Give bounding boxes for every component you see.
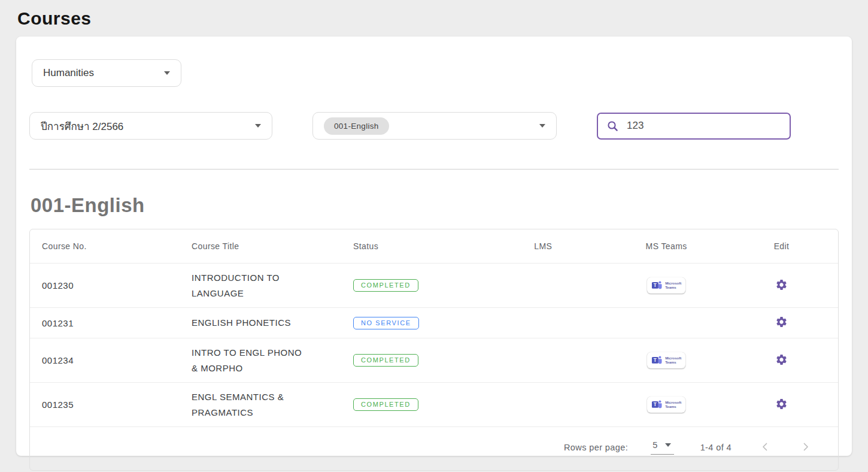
table-row: 001230 INTRODUCTION TO LANGUAGE COMPLETE… xyxy=(30,264,838,308)
term-select[interactable]: ปีการศึกษา 2/2566 xyxy=(29,112,272,140)
search-icon xyxy=(606,120,619,132)
rows-per-page-label: Rows per page: xyxy=(564,443,628,452)
lms-cell xyxy=(478,383,608,427)
course-title-cell: ENGL SEMANTICS & PRAGMATICS xyxy=(192,389,308,420)
department-select[interactable]: 001-English xyxy=(312,112,557,140)
ms-teams-logo: T xyxy=(651,355,663,366)
caret-down-icon xyxy=(255,124,261,128)
chevron-left-icon xyxy=(760,442,770,452)
pagination-range: 1-4 of 4 xyxy=(700,443,732,452)
rows-per-page-select[interactable]: 5 xyxy=(651,440,673,455)
status-badge: NO SERVICE xyxy=(353,317,419,329)
course-no-cell: 001231 xyxy=(30,308,192,338)
svg-text:T: T xyxy=(654,283,657,288)
courses-page: Courses Humanities ปีการศึกษา 2/2566 001… xyxy=(0,0,868,468)
section-title: 001-English xyxy=(31,194,839,217)
next-page-button[interactable] xyxy=(799,442,813,453)
course-title-cell: ENGLISH PHONETICS xyxy=(192,315,308,331)
course-no-cell: 001235 xyxy=(30,383,192,427)
table-pagination: Rows per page: 5 1-4 of 4 xyxy=(30,426,838,470)
edit-settings-button[interactable] xyxy=(774,397,789,413)
ms-teams-button[interactable]: T Microsoft Teams xyxy=(647,352,685,368)
table-header-row: Course No. Course Title Status LMS MS Te… xyxy=(30,229,838,264)
gear-icon xyxy=(775,279,788,291)
courses-table: Course No. Course Title Status LMS MS Te… xyxy=(29,229,839,471)
courses-card: Humanities ปีการศึกษา 2/2566 001-English xyxy=(16,37,852,456)
faculty-select[interactable]: Humanities xyxy=(32,59,181,87)
column-header-edit: Edit xyxy=(725,229,838,264)
svg-text:T: T xyxy=(654,402,657,407)
chevron-right-icon xyxy=(801,442,811,452)
previous-page-button[interactable] xyxy=(758,442,772,453)
course-title-cell: INTRODUCTION TO LANGUAGE xyxy=(192,270,308,301)
term-select-value: ปีการศึกษา 2/2566 xyxy=(41,118,123,134)
table-row: 001235 ENGL SEMANTICS & PRAGMATICS COMPL… xyxy=(30,383,838,427)
status-badge: COMPLETED xyxy=(353,279,418,292)
ms-teams-label: Microsoft Teams xyxy=(665,356,681,365)
department-chip[interactable]: 001-English xyxy=(324,117,389,135)
lms-cell xyxy=(478,264,608,308)
ms-teams-button[interactable]: T Microsoft Teams xyxy=(647,397,685,413)
ms-teams-label: Microsoft Teams xyxy=(665,282,681,290)
filters-divider xyxy=(29,169,839,170)
faculty-select-value: Humanities xyxy=(43,67,94,79)
column-header-ms-teams: MS Teams xyxy=(608,229,725,264)
status-badge: COMPLETED xyxy=(353,354,418,367)
course-no-cell: 001230 xyxy=(30,264,192,308)
column-header-status: Status xyxy=(353,229,478,264)
page-title: Courses xyxy=(17,8,852,29)
caret-down-icon xyxy=(164,71,170,75)
ms-teams-logo: T xyxy=(651,280,663,291)
gear-icon xyxy=(775,316,788,328)
edit-settings-button[interactable] xyxy=(774,314,789,331)
status-badge: COMPLETED xyxy=(353,398,418,411)
table-row: 001234 INTRO TO ENGL PHONO & MORPHO COMP… xyxy=(30,338,838,383)
edit-settings-button[interactable] xyxy=(774,352,789,369)
caret-down-icon xyxy=(665,443,671,447)
course-title-cell: INTRO TO ENGL PHONO & MORPHO xyxy=(192,345,308,376)
filter-row: ปีการศึกษา 2/2566 001-English xyxy=(29,112,839,140)
ms-teams-logo: T xyxy=(651,399,663,410)
edit-settings-button[interactable] xyxy=(774,277,789,294)
column-header-course-title: Course Title xyxy=(192,229,353,264)
course-no-cell: 001234 xyxy=(30,338,192,383)
column-header-course-no: Course No. xyxy=(30,229,192,264)
column-header-lms: LMS xyxy=(478,229,608,264)
gear-icon xyxy=(775,398,788,410)
gear-icon xyxy=(775,353,788,366)
ms-teams-button[interactable]: T Microsoft Teams xyxy=(647,277,685,294)
lms-cell xyxy=(478,308,608,338)
rows-per-page-value: 5 xyxy=(652,440,657,450)
ms-teams-label: Microsoft Teams xyxy=(665,401,681,409)
lms-cell xyxy=(478,338,608,383)
search-box xyxy=(597,113,791,140)
search-input[interactable] xyxy=(626,119,781,132)
svg-text:T: T xyxy=(654,358,657,363)
caret-down-icon xyxy=(539,124,545,128)
table-row: 001231 ENGLISH PHONETICS NO SERVICE xyxy=(30,308,838,338)
